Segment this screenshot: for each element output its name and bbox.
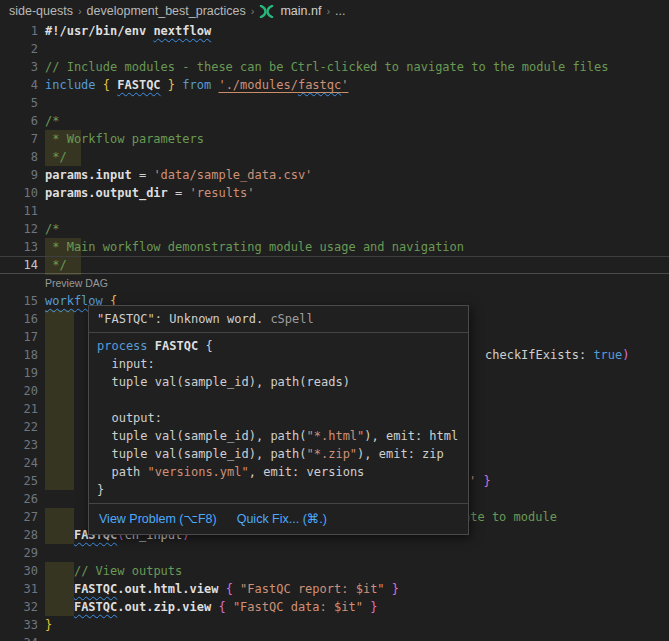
code-line-33[interactable]: 33} (0, 616, 669, 634)
code-line-6[interactable]: 6/* (0, 112, 669, 130)
code-line-8[interactable]: 8 */ (0, 148, 669, 166)
line-content: #!/usr/bin/env nextflow (45, 22, 211, 40)
indent-highlight (45, 508, 74, 526)
token: 'data/sample_data.csv' (153, 168, 312, 182)
token: tuple val(sample_id), path( (97, 447, 307, 461)
line-number: 16 (0, 310, 38, 328)
indent-highlight (45, 382, 74, 400)
partial-line-fragment: checkIfExists: true) (485, 346, 630, 364)
line-content: params.input = 'data/sample_data.csv' (45, 166, 312, 184)
codelens-preview-dag[interactable]: Preview DAG (45, 276, 108, 290)
token (45, 600, 74, 614)
token: */ (45, 258, 67, 272)
token: /* (45, 114, 59, 128)
line-content: * Main workflow demonstrating module usa… (45, 238, 464, 256)
token: * Workflow parameters (45, 132, 204, 146)
line-number: 2 (0, 40, 38, 58)
token: // Include modules - these can be Ctrl-c… (45, 60, 609, 74)
line-content: params.output_dir = 'results' (45, 184, 255, 202)
line-content: * Workflow parameters (45, 130, 204, 148)
line-content: /* (45, 112, 59, 130)
line-number: 8 (0, 148, 38, 166)
code-line-14[interactable]: 14 */ (0, 256, 669, 274)
token: { (103, 78, 117, 92)
line-content: } (45, 616, 52, 634)
code-line-13[interactable]: 13 * Main workflow demonstrating module … (0, 238, 669, 256)
token: = (168, 186, 190, 200)
code-line-34[interactable]: 34 (0, 634, 669, 641)
code-line-2[interactable]: 2 (0, 40, 669, 58)
token: } (161, 78, 175, 92)
token: { (218, 600, 232, 614)
token: = (132, 168, 154, 182)
code-line-1[interactable]: 1#!/usr/bin/env nextflow (0, 22, 669, 40)
indent-highlight (45, 310, 74, 328)
line-number: 33 (0, 616, 38, 634)
token: "FastQC report: $it" (240, 582, 385, 596)
token: path (97, 465, 148, 479)
token: cSpell (270, 312, 313, 326)
line-number: 19 (0, 364, 38, 382)
token: ), emit: zip (357, 447, 444, 461)
breadcrumb-item-development-best-practices[interactable]: development_best_practices (87, 4, 246, 18)
hover-code-preview: process FASTQC { input: tuple val(sample… (89, 333, 468, 503)
token: , emit: versions (249, 465, 365, 479)
code-line-9[interactable]: 9params.input = 'data/sample_data.csv' (0, 166, 669, 184)
hover-action-bar: View Problem (⌥F8)Quick Fix... (⌘.) (89, 503, 468, 534)
line-number: 21 (0, 400, 38, 418)
breadcrumb-item-main-nf[interactable]: main.nf (280, 4, 321, 18)
indent-highlight (45, 346, 74, 364)
token: #!/usr/bin/env (45, 24, 153, 38)
token: params.output_dir (45, 186, 168, 200)
token: fastqc (298, 78, 341, 92)
code-line-7[interactable]: 7 * Workflow parameters (0, 130, 669, 148)
token: './modules/ (218, 78, 297, 92)
token (45, 564, 74, 578)
code-line-3[interactable]: 3// Include modules - these can be Ctrl-… (0, 58, 669, 76)
hover-code-line (97, 391, 460, 409)
hover-diagnostic-message: "FASTQC": Unknown word. cSpell (89, 306, 468, 333)
indent-highlight (45, 328, 74, 346)
token: { (226, 582, 240, 596)
line-number: 30 (0, 562, 38, 580)
token: */ (45, 150, 67, 164)
token: ), emit: html (364, 429, 458, 443)
code-line-10[interactable]: 10params.output_dir = 'results' (0, 184, 669, 202)
quick-fix-action[interactable]: Quick Fix... (⌘.) (237, 511, 327, 526)
token: 'results' (190, 186, 255, 200)
code-line-5[interactable]: 5 (0, 94, 669, 112)
breadcrumb: side-quests›development_best_practices›m… (0, 0, 669, 22)
token: ate to module (463, 510, 557, 524)
indent-highlight (45, 472, 74, 490)
token: "FastQC data: $it" (233, 600, 363, 614)
line-number: 27 (0, 508, 38, 526)
code-line-4[interactable]: 4include { FASTQC } from './modules/fast… (0, 76, 669, 94)
token: from (182, 78, 218, 92)
hover-code-line: process FASTQC { (97, 337, 460, 355)
line-number: 34 (0, 634, 38, 641)
line-number: 7 (0, 130, 38, 148)
token (45, 528, 74, 542)
view-problem-action[interactable]: View Problem (⌥F8) (99, 511, 217, 526)
hover-code-line: input: (97, 355, 460, 373)
code-line-32[interactable]: 32 FASTQC.out.zip.view { "FastQC data: $… (0, 598, 669, 616)
token: * Main workflow demonstrating module usa… (45, 240, 464, 254)
code-line-29[interactable]: 29 (0, 544, 669, 562)
line-number: 22 (0, 418, 38, 436)
code-line-12[interactable]: 12/* (0, 220, 669, 238)
token: FASTQC (117, 78, 160, 92)
code-line-11[interactable]: 11 (0, 202, 669, 220)
code-line-30[interactable]: 30 // View outputs (0, 562, 669, 580)
breadcrumb-item--[interactable]: ... (335, 4, 345, 18)
line-number: 1 (0, 22, 38, 40)
code-line-31[interactable]: 31 FASTQC.out.html.view { "FastQC report… (0, 580, 669, 598)
line-number: 9 (0, 166, 38, 184)
hover-code-line: tuple val(sample_id), path("*.html"), em… (97, 427, 460, 445)
line-number: 20 (0, 382, 38, 400)
token: "FASTQC": Unknown word. (97, 312, 270, 326)
token: true (593, 348, 622, 362)
breadcrumb-item-side-quests[interactable]: side-quests (9, 4, 73, 18)
indent-highlight (45, 454, 74, 472)
partial-line-fragment: ' } (469, 472, 491, 490)
token: process (97, 339, 155, 353)
